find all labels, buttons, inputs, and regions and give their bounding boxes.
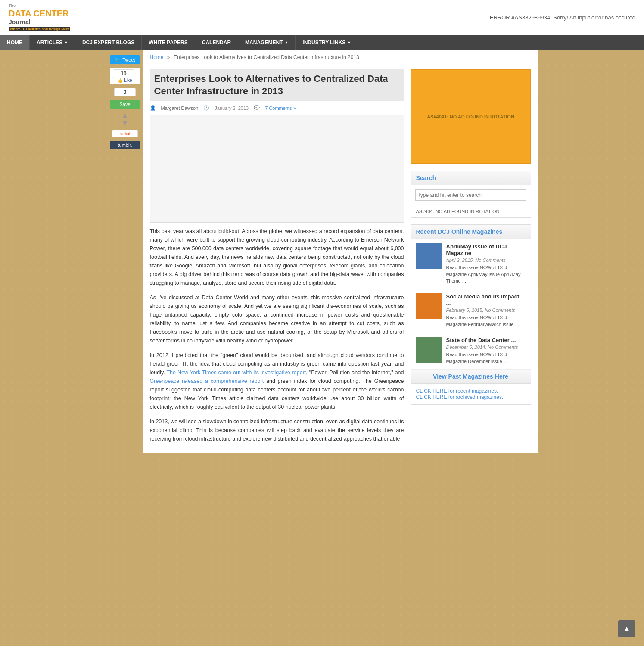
magazine-title-3[interactable]: State of the Data Center ... [446,337,526,343]
nav-management[interactable]: MANAGEMENT ▼ [238,35,296,50]
article-sidebar: AS#4041: NO AD FOUND IN ROTATION Search … [411,69,531,449]
click-here-area: CLICK HERE for recent magazines. CLICK H… [411,384,531,404]
logo-tagline: Where IT, Facilities and Design Meet [9,27,70,32]
article-meta: 👤 Margaret Dawson 🕐 January 2, 2013 💬 7 … [150,105,404,111]
breadcrumb-sep: » [167,54,170,60]
magazine-thumb-1 [416,243,442,269]
articles-arrow: ▼ [64,40,68,45]
magazines-widget: Recent DCJ Online Magazines April/May is… [411,224,531,405]
article-area: Enterprises Look to Alternatives to Cent… [143,65,538,453]
twitter-icon: 🐦 [115,57,121,62]
article-ad [150,115,404,223]
article-date: January 2, 2013 [215,106,249,111]
report-link[interactable]: a comprehensive report [205,378,264,384]
article-comments: 7 Comments » [265,106,296,111]
sidebar-ad: AS#4041: NO AD FOUND IN ROTATION [411,69,531,164]
breadcrumb-home[interactable]: Home [150,54,164,60]
date-icon: 🕐 [203,105,209,111]
search-widget-title: Search [411,171,531,185]
magazine-info-1: April/May issue of DCJ Magazine April 2,… [446,243,526,284]
share-arrows: ▲ ▼ [121,112,128,127]
magazine-info-2: Social Media and its Impact ... February… [446,293,526,328]
logo-area: The DATA CENTER Journal Where IT, Facili… [9,3,70,31]
search-widget-body [411,185,531,205]
social-sidebar: 🐦 Tweet 10 👍 Like 0 Save ▲ ▼ reddit tumb… [107,50,143,453]
management-arrow: ▼ [284,40,288,45]
article-body: This past year was all about build-out. … [150,227,404,443]
magazine-desc-2: Read this issue NOW of DCJ Magazine Febr… [446,314,526,328]
tumblr-button[interactable]: tumblr. [110,141,140,149]
magazine-title-1[interactable]: April/May issue of DCJ Magazine [446,243,526,256]
comments-link[interactable]: 7 Comments » [265,106,296,111]
fb-like-label[interactable]: 👍 Like [113,78,137,83]
click-here-archived: CLICK HERE for archived magazines. [416,394,526,400]
magazine-thumb-3 [416,337,442,363]
tweet-button[interactable]: 🐦 Tweet [110,55,140,64]
search-widget: Search AS#404: NO AD FOUND IN ROTATION [411,171,531,218]
nav-articles[interactable]: ARTICLES ▼ [30,35,75,50]
article-para-1: This past year was all about build-out. … [150,227,404,287]
tweet-label: Tweet [122,57,135,62]
magazine-date-1: April 2, 2015, No Comments [446,258,526,263]
article-para-3: In 2012, I predicted that the "green" cl… [150,351,404,411]
arrow-up-icon[interactable]: ▲ [121,112,128,119]
logo-journal: Journal [9,19,70,26]
logo-the: The [9,3,70,8]
magazine-desc-3: Read this issue NOW of DCJ Magazine Dece… [446,351,526,365]
magazine-info-3: State of the Data Center ... December 5,… [446,337,526,365]
archived-magazines-link[interactable]: CLICK HERE for archived magazines. [416,394,504,400]
nav-calendar[interactable]: CALENDAR [195,35,238,50]
nav-whitepapers[interactable]: WHITE PAPERS [142,35,195,50]
logo-text: The DATA CENTER Journal Where IT, Facili… [9,3,70,31]
magazine-item-3: State of the Data Center ... December 5,… [411,332,531,370]
nav: HOME ARTICLES ▼ DCJ EXPERT BLOGS WHITE P… [0,35,644,50]
magazines-title: Recent DCJ Online Magazines [411,225,531,239]
tumblr-label: tumblr. [118,143,132,148]
magazine-item-1: April/May issue of DCJ Magazine April 2,… [411,239,531,289]
breadcrumb-current: Enterprises Look to Alternatives to Cent… [174,54,359,60]
save-button[interactable]: Save [110,100,140,109]
comment-icon: 💬 [254,105,260,111]
magazine-thumb-2 [416,293,442,319]
magazine-item-2: Social Media and its Impact ... February… [411,289,531,332]
share-count: 0 [114,88,136,96]
search-input[interactable] [415,189,526,201]
article-para-4: In 2013, we will see a slowdown in centr… [150,417,404,443]
click-here-recent: CLICK HERE for recent magazines. [416,388,526,394]
reddit-button[interactable]: reddit [112,130,138,137]
fb-count: 10 [113,69,134,78]
article-author: Margaret Dawson [161,106,199,111]
nav-home[interactable]: HOME [0,35,30,50]
magazine-date-3: December 5, 2014, No Comments [446,345,526,350]
recent-magazines-link[interactable]: CLICK HERE for recent magazines. [416,388,498,394]
magazine-date-2: February 5, 2015, No Comments [446,307,526,313]
magazine-title-2[interactable]: Social Media and its Impact ... [446,293,526,306]
arrow-down-icon[interactable]: ▼ [121,120,128,127]
nav-industry[interactable]: INDUSTRY LINKS ▼ [296,35,358,50]
reddit-label: reddit [119,131,130,136]
logo-datacenter: DATA CENTER [9,8,70,19]
article-main: Enterprises Look to Alternatives to Cent… [150,69,404,449]
nyt-link[interactable]: The New York Times came out with its inv… [166,370,306,376]
author-icon: 👤 [150,105,156,111]
nav-blogs[interactable]: DCJ EXPERT BLOGS [75,35,142,50]
search-ad-note: AS#404: NO AD FOUND IN ROTATION [411,205,531,217]
header: The DATA CENTER Journal Where IT, Facili… [0,0,644,35]
view-past-button[interactable]: View Past Magazines Here [411,370,531,384]
error-banner: ERROR #AS382989934: Sorry! An input erro… [490,14,635,21]
breadcrumb: Home » Enterprises Look to Alternatives … [143,50,538,65]
sidebar-ad-text: AS#4041: NO AD FOUND IN ROTATION [427,114,514,119]
content-area: Home » Enterprises Look to Alternatives … [143,50,538,453]
main-wrapper: 🐦 Tweet 10 👍 Like 0 Save ▲ ▼ reddit tumb… [107,50,538,453]
article-para-2: As I've discussed at Data Center World a… [150,293,404,345]
save-label: Save [119,102,130,107]
industry-arrow: ▼ [347,40,351,45]
fb-like-box: 10 👍 Like [110,68,140,84]
article-title: Enterprises Look to Alternatives to Cent… [150,69,404,101]
greenpeace-link[interactable]: Greenpeace released [150,378,203,384]
magazine-desc-1: Read this issue NOW of DCJ Magazine Apri… [446,264,526,284]
